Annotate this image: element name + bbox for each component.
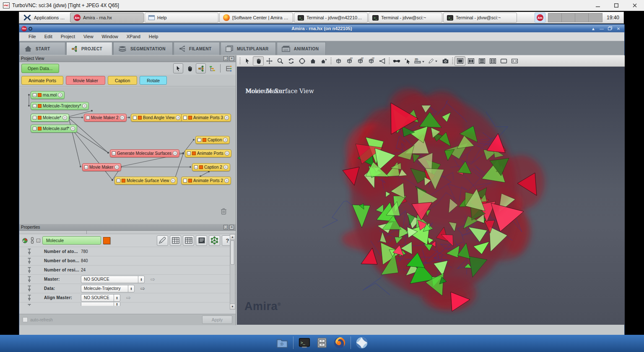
- workspace-3[interactable]: [575, 13, 589, 22]
- layout-2row-icon[interactable]: [476, 56, 487, 66]
- set-home-icon[interactable]: [318, 56, 329, 66]
- connect-arrow-icon[interactable]: ⇨: [126, 295, 131, 301]
- annotate-icon[interactable]: [426, 56, 440, 66]
- camera-type-icon[interactable]: [377, 56, 387, 66]
- minimize-button[interactable]: —: [599, 26, 604, 31]
- vnc-minimize-button[interactable]: [589, 0, 607, 10]
- node-movie-maker[interactable]: –Movie Maker›: [82, 163, 121, 171]
- taskbar-item-0[interactable]: Applications Menu: [20, 13, 69, 23]
- tab-filament[interactable]: FILAMENT: [174, 42, 220, 55]
- node-molecule[interactable]: –Molecule*›: [31, 114, 69, 122]
- panel-close-icon[interactable]: ✕: [229, 56, 234, 61]
- restore-button[interactable]: [608, 26, 613, 31]
- menu-file[interactable]: File: [24, 33, 40, 40]
- collapse-icon[interactable]: –: [36, 239, 40, 242]
- layout-quad-icon[interactable]: [487, 56, 498, 66]
- firefox-icon[interactable]: [333, 336, 346, 349]
- workspace-4[interactable]: [589, 13, 602, 22]
- taskbar-item-2[interactable]: Help: [145, 13, 218, 23]
- panel-detach-icon[interactable]: ❏: [223, 225, 228, 229]
- shade-button[interactable]: ▲: [591, 26, 596, 31]
- xz-view-icon[interactable]: XZ: [355, 56, 366, 66]
- spinner-icon[interactable]: ▲▼: [128, 285, 134, 292]
- collapse-icon[interactable]: –: [117, 179, 120, 183]
- taskbar-item-1[interactable]: AmAmira - rna.hx: [70, 13, 144, 23]
- connect-arrow-icon[interactable]: ⇨: [140, 285, 145, 292]
- workspace-2[interactable]: [562, 13, 575, 22]
- close-button[interactable]: ✕: [616, 26, 621, 31]
- node-menu-icon[interactable]: ›: [70, 126, 75, 131]
- terminal-icon[interactable]: >_: [298, 336, 311, 349]
- create-movie-maker-button[interactable]: Movie Maker: [66, 76, 105, 85]
- spinner-icon[interactable]: ▲▼: [114, 302, 120, 306]
- node-menu-icon[interactable]: ›: [114, 165, 119, 169]
- viewer-toggle-icon[interactable]: [183, 179, 187, 183]
- menu-project[interactable]: Project: [57, 33, 79, 40]
- hand-icon[interactable]: [253, 56, 264, 66]
- viewer-toggle-icon[interactable]: [133, 116, 137, 120]
- node-graph-area[interactable]: –rna.mol›–Molecule-Trajectory*›–Molecule…: [19, 87, 236, 224]
- menu-edit[interactable]: Edit: [40, 33, 57, 40]
- yz-view-icon[interactable]: YZ: [366, 56, 377, 66]
- xy-view-icon[interactable]: XY: [344, 56, 355, 66]
- interact-icon[interactable]: [402, 56, 413, 66]
- taskbar-item-6[interactable]: >_Terminal - jdvw@sci:~: [443, 13, 517, 23]
- notes-icon[interactable]: [196, 235, 207, 246]
- archive-icon[interactable]: [315, 336, 329, 349]
- node-molecule-trajectory[interactable]: –Molecule-Trajectory*›: [31, 102, 89, 110]
- taskbar-item-4[interactable]: >_Terminal - jdvw@n422105:~/Amir...: [294, 13, 368, 23]
- create-animate-ports-button[interactable]: Animate Ports: [21, 76, 63, 85]
- layout-single-icon[interactable]: [454, 56, 465, 66]
- taskbar-item-5[interactable]: >_Terminal - jdvw@sci:~: [369, 13, 442, 23]
- tab-multiplanar[interactable]: MULTIPLANAR: [221, 42, 276, 55]
- select-align-master-[interactable]: NO SOURCE▲▼: [81, 294, 120, 302]
- module-name-field[interactable]: Molecule: [42, 236, 101, 245]
- file-manager-icon[interactable]: :D: [275, 336, 289, 349]
- amira-titlebar[interactable]: Am Amira - rna.hx (on n422105) ▲ — ✕: [19, 25, 624, 32]
- node-caption[interactable]: Caption›: [195, 136, 230, 144]
- collapse-icon[interactable]: –: [187, 151, 191, 155]
- create-caption-button[interactable]: Caption: [108, 76, 137, 85]
- properties-scrollbar[interactable]: ▲ ▼: [230, 234, 235, 310]
- node-menu-icon[interactable]: ›: [224, 178, 229, 183]
- table-icon[interactable]: [170, 235, 181, 246]
- pan-icon[interactable]: [264, 56, 275, 66]
- node-animate-ports-3[interactable]: Animate Ports 3›: [181, 114, 231, 122]
- scroll-up-icon[interactable]: ▲: [230, 235, 235, 240]
- collapse-icon[interactable]: –: [86, 116, 90, 120]
- tab-start[interactable]: START: [19, 42, 65, 55]
- trash-icon[interactable]: [220, 207, 227, 217]
- menu-xpand[interactable]: XPand: [122, 33, 145, 40]
- hand-icon[interactable]: [184, 63, 195, 73]
- pin-icon[interactable]: [27, 248, 32, 257]
- collapse-icon[interactable]: –: [33, 104, 36, 108]
- vnc-maximize-button[interactable]: [607, 0, 626, 10]
- table-edit-icon[interactable]: [183, 235, 194, 246]
- snapshot-icon[interactable]: [440, 56, 451, 66]
- stereo-icon[interactable]: [391, 56, 402, 66]
- rotate-icon[interactable]: [286, 56, 296, 66]
- pin-icon[interactable]: [27, 304, 32, 306]
- node-molecule-surf[interactable]: –Molecule.surf*›: [31, 125, 77, 133]
- tab-segmentation[interactable]: SEGMENTATION: [113, 42, 173, 55]
- tray-amira-icon[interactable]: Am: [535, 13, 545, 23]
- list-view-icon[interactable]: [223, 63, 234, 73]
- tree-view-icon[interactable]: [207, 63, 217, 73]
- workspace-1[interactable]: [548, 13, 562, 22]
- scroll-down-icon[interactable]: ▼: [230, 304, 235, 309]
- panel-close-icon[interactable]: ✕: [229, 225, 234, 229]
- tab-animation[interactable]: 123ANIMATION: [277, 42, 326, 55]
- link-icon[interactable]: [30, 237, 34, 244]
- node-caption-2[interactable]: –Caption 2›: [192, 163, 230, 171]
- collapse-icon[interactable]: –: [112, 151, 116, 155]
- node-animate-ports-2[interactable]: Animate Ports 2›: [181, 177, 231, 185]
- select-master-[interactable]: NO SOURCE▲▼: [81, 276, 145, 283]
- auto-refresh-checkbox[interactable]: [23, 317, 28, 322]
- spinner-icon[interactable]: ▲▼: [138, 276, 144, 283]
- collapse-icon[interactable]: –: [33, 116, 36, 120]
- cursor-icon[interactable]: [173, 63, 183, 73]
- measure-2d-icon[interactable]: 2D: [413, 56, 426, 66]
- node-movie-maker-2[interactable]: –Movie Maker 2›: [84, 114, 127, 122]
- open-data-button[interactable]: Open Data...: [21, 64, 59, 73]
- persp-cube-icon[interactable]: [333, 56, 344, 66]
